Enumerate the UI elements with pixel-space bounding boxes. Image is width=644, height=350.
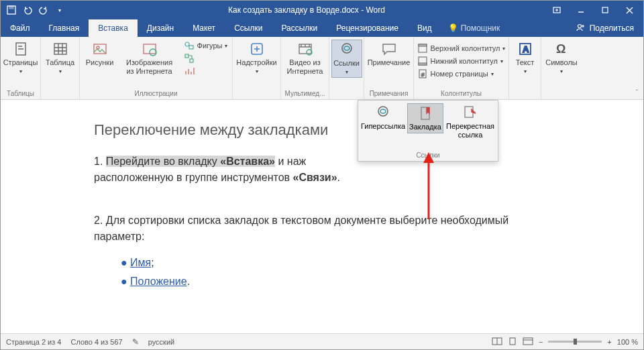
tab-references[interactable]: Ссылки	[225, 19, 272, 37]
status-words[interactable]: Слово 4 из 567	[70, 338, 122, 346]
ribbon-options-icon[interactable]	[545, 1, 568, 19]
symbols-button[interactable]: Ω Символы ▾	[543, 40, 580, 76]
chart-button[interactable]	[181, 65, 231, 77]
window-controls	[543, 1, 643, 19]
chevron-down-icon: ▾	[524, 68, 527, 75]
group-tables-label: Таблицы	[3, 89, 38, 99]
video-label: Видео из Интернета	[284, 58, 326, 76]
svg-text:Ω: Ω	[556, 42, 566, 56]
svg-point-28	[378, 107, 388, 116]
comment-label: Примечание	[368, 58, 411, 67]
ribbon: Страницы ▾ Таблицы Таблица ▾ Иллюстрации…	[1, 37, 643, 100]
group-header-footer: Верхний колонтитул▾ Нижний колонтитул▾ #…	[414, 37, 509, 99]
zoom-slider[interactable]	[548, 341, 602, 343]
group-hf-label: Колонтитулы	[417, 89, 506, 99]
pages-button[interactable]: Страницы ▾	[1, 40, 41, 76]
tab-home[interactable]: Главная	[40, 19, 89, 37]
zoom-out-icon[interactable]: −	[539, 338, 543, 346]
text-label: Текст	[516, 58, 535, 67]
group-media-label: Мультимед...	[284, 89, 326, 99]
table-label: Таблица	[46, 58, 74, 67]
group-illustrations-label: Иллюстрации	[83, 89, 229, 99]
svg-rect-13	[185, 54, 189, 58]
tell-me[interactable]: 💡 Помощник	[441, 19, 507, 37]
group-illustrations: Рисунки Изображения из Интернета Фигуры▾…	[80, 37, 233, 99]
svg-point-11	[185, 42, 189, 46]
collapse-ribbon-icon[interactable]: ˇ	[635, 88, 639, 98]
chevron-down-icon: ▾	[59, 68, 62, 75]
undo-icon[interactable]	[21, 3, 34, 17]
links-button[interactable]: Ссылки ▾	[331, 40, 362, 78]
svg-rect-3	[602, 7, 608, 13]
svg-point-18	[342, 44, 352, 53]
header-button[interactable]: Верхний колонтитул▾	[415, 42, 508, 54]
group-symbols: Ω Символы ▾ .	[541, 37, 582, 99]
illustrations-small: Фигуры▾	[181, 40, 231, 77]
pagenum-label: Номер страницы	[431, 70, 488, 78]
share-button[interactable]: Поделиться	[567, 19, 643, 37]
addins-button[interactable]: Надстройки ▾	[237, 40, 277, 76]
text-button[interactable]: A Текст ▾	[511, 40, 539, 76]
spellcheck-icon[interactable]: ✎	[132, 337, 139, 347]
tab-mailings[interactable]: Рассылки	[272, 19, 327, 37]
smartart-button[interactable]	[181, 52, 231, 64]
view-readmode-icon[interactable]	[492, 337, 502, 347]
status-page[interactable]: Страница 2 из 4	[6, 338, 61, 346]
online-video-button[interactable]: Видео из Интернета	[283, 40, 327, 77]
quick-access-toolbar: ▾	[1, 3, 70, 17]
table-button[interactable]: Таблица ▾	[40, 40, 80, 76]
svg-text:A: A	[523, 44, 529, 54]
svg-rect-20	[419, 44, 427, 46]
redo-icon[interactable]	[37, 3, 50, 17]
minimize-button[interactable]	[570, 1, 592, 19]
chevron-down-icon: ▾	[560, 68, 563, 75]
group-pages: Страницы ▾ Таблицы	[1, 37, 41, 99]
zoom-value[interactable]: 100 %	[617, 338, 638, 346]
footer-button[interactable]: Нижний колонтитул▾	[415, 55, 508, 67]
group-addins: Надстройки ▾ .	[233, 37, 281, 99]
tab-insert[interactable]: Вставка	[89, 19, 138, 37]
svg-rect-35	[523, 338, 533, 345]
chevron-down-icon: ▾	[19, 68, 22, 75]
status-language[interactable]: русский	[148, 338, 174, 346]
tab-view[interactable]: Вид	[408, 19, 441, 37]
tab-design[interactable]: Дизайн	[138, 19, 183, 37]
links-label: Ссылки	[333, 59, 360, 68]
statusbar: Страница 2 из 4 Слово 4 из 567 ✎ русский…	[1, 333, 643, 349]
zoom-in-icon[interactable]: +	[607, 338, 611, 346]
chevron-down-icon: ▾	[345, 69, 348, 76]
view-web-icon[interactable]	[523, 337, 533, 347]
group-media: Видео из Интернета Мультимед...	[281, 37, 329, 99]
lightbulb-icon: 💡	[448, 23, 458, 33]
annotation-arrow	[422, 152, 435, 219]
pictures-button[interactable]: Рисунки	[82, 40, 118, 68]
shapes-button[interactable]: Фигуры▾	[181, 40, 231, 52]
close-button[interactable]	[618, 1, 641, 19]
view-print-icon[interactable]	[508, 337, 517, 347]
svg-rect-6	[54, 44, 66, 54]
bookmark-button[interactable]: Закладка	[407, 103, 443, 133]
crossref-button[interactable]: Перекрестная ссылка	[445, 103, 496, 141]
group-comments-label: Примечания	[367, 89, 411, 99]
document-canvas[interactable]: Переключение между закладками 1. Перейди…	[1, 101, 643, 333]
qat-dropdown-icon[interactable]: ▾	[53, 3, 66, 17]
tab-file[interactable]: Файл	[1, 19, 40, 37]
comment-button[interactable]: Примечание	[366, 40, 412, 68]
shapes-label: Фигуры	[197, 42, 223, 50]
hyperlink-button[interactable]: Гиперссылка	[360, 103, 406, 132]
group-comments: Примечание Примечания	[364, 37, 414, 99]
page-number-button[interactable]: # Номер страницы▾	[415, 68, 508, 80]
tab-layout[interactable]: Макет	[183, 19, 225, 37]
save-icon[interactable]	[5, 3, 18, 17]
svg-rect-1	[9, 6, 13, 9]
group-tables: Таблица ▾ Иллюстрации	[41, 37, 80, 99]
maximize-button[interactable]	[594, 1, 616, 19]
tab-review[interactable]: Рецензирование	[327, 19, 408, 37]
svg-point-8	[97, 46, 99, 49]
hf-stack: Верхний колонтитул▾ Нижний колонтитул▾ #…	[415, 40, 508, 80]
share-label: Поделиться	[590, 23, 634, 33]
online-pictures-button[interactable]: Изображения из Интернета	[121, 40, 178, 77]
hyperlink-label: Гиперссылка	[361, 122, 405, 131]
svg-point-4	[578, 24, 581, 27]
bullet-list: Имя; Положение.	[121, 257, 550, 288]
